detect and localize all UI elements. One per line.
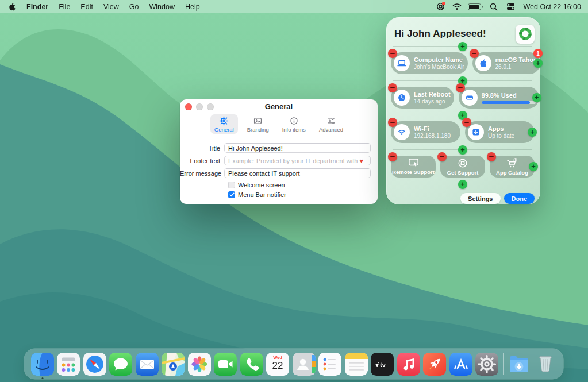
dock-app-store-icon[interactable] xyxy=(449,353,472,376)
tile-wifi[interactable]: Wi-Fi 192.168.1.180 xyxy=(391,121,460,143)
dock-photos-icon[interactable] xyxy=(188,353,211,376)
menubar-clock[interactable]: Wed Oct 22 16:00 xyxy=(521,3,581,11)
tile-macos-version[interactable]: 1 macOS Tahoe 26.0.1 + xyxy=(472,52,541,74)
remove-item-button[interactable] xyxy=(388,49,397,58)
remote-support-icon xyxy=(408,158,419,168)
tab-branding[interactable]: Branding xyxy=(243,114,273,134)
add-item-button[interactable]: + xyxy=(458,145,467,155)
tile-label: Get Support xyxy=(447,169,479,176)
remove-item-button[interactable] xyxy=(456,83,465,92)
add-item-button[interactable]: + xyxy=(532,93,541,102)
dock-phone-icon[interactable] xyxy=(240,353,263,376)
menubar-app-name[interactable]: Finder xyxy=(21,0,53,13)
dock-rocket-icon[interactable] xyxy=(423,353,446,376)
remove-item-button[interactable] xyxy=(487,152,496,161)
menu-edit[interactable]: Edit xyxy=(75,0,98,13)
drive-icon xyxy=(462,90,478,106)
add-item-button[interactable]: + xyxy=(458,180,467,189)
support-app-icon xyxy=(516,25,535,44)
dock-facetime-icon[interactable] xyxy=(214,353,237,376)
tile-apps[interactable]: Apps Up to date + xyxy=(465,121,535,143)
menu-help[interactable]: Help xyxy=(180,0,205,13)
tile-computer-name[interactable]: Computer Name John's MacBook Air xyxy=(391,52,468,74)
panel-divider: + xyxy=(393,184,532,184)
tile-title: macOS Tahoe xyxy=(495,56,537,63)
dock-notes-icon[interactable] xyxy=(345,353,368,376)
apple-logo-icon xyxy=(8,2,16,11)
dock-maps-icon[interactable] xyxy=(162,353,185,376)
control-center-menubar-item[interactable] xyxy=(504,0,517,13)
life-ring-icon xyxy=(458,158,468,168)
dock-contacts-icon[interactable] xyxy=(293,353,316,376)
tab-general[interactable]: General xyxy=(210,114,238,134)
tile-row-1: Computer Name John's MacBook Air 1 macOS… xyxy=(391,52,535,74)
add-item-button[interactable]: + xyxy=(529,162,538,171)
menu-go[interactable]: Go xyxy=(124,0,144,13)
tile-subtitle: 26.0.1 xyxy=(495,64,537,70)
remove-item-button[interactable] xyxy=(388,152,397,161)
dock-apps-launcher-icon[interactable] xyxy=(57,353,80,376)
remove-item-button[interactable] xyxy=(437,152,447,161)
welcome-screen-checkbox[interactable] xyxy=(228,182,235,188)
menu-window[interactable]: Window xyxy=(144,0,179,13)
dock: Wed 22 xyxy=(24,349,563,379)
laptop-icon xyxy=(394,55,410,71)
menu-bar-notifier-checkbox[interactable] xyxy=(228,191,235,198)
error-field-label: Error message xyxy=(180,170,224,177)
add-item-button[interactable]: + xyxy=(533,59,543,68)
menu-view[interactable]: View xyxy=(98,0,124,13)
spotlight-search-icon xyxy=(490,3,498,11)
add-item-button[interactable]: + xyxy=(458,42,467,51)
app-update-icon xyxy=(468,124,484,140)
dock-mail-icon[interactable] xyxy=(136,353,159,376)
tile-storage[interactable]: 89.8% Used + xyxy=(459,87,539,109)
tab-label: General xyxy=(214,126,234,133)
tile-app-catalog[interactable]: App Catalog xyxy=(490,156,535,178)
tab-info-items[interactable]: Info items xyxy=(278,114,310,134)
life-ring-icon xyxy=(518,27,532,41)
dock-trash-icon[interactable] xyxy=(534,353,557,376)
button-tile-row: Remote Support Get Support xyxy=(391,156,535,178)
wifi-menubar-item[interactable] xyxy=(451,0,463,13)
dock-reminders-icon[interactable] xyxy=(318,353,341,376)
panel-divider: + xyxy=(393,149,532,150)
dock-finder-icon[interactable] xyxy=(31,353,54,376)
dock-calendar-icon[interactable]: Wed 22 xyxy=(266,353,289,376)
dock-messages-icon[interactable] xyxy=(109,353,132,376)
done-button[interactable]: Done xyxy=(504,193,535,204)
dock-music-icon[interactable] xyxy=(397,353,420,376)
footer-placeholder: Example: Provided by your IT department … xyxy=(228,157,358,164)
control-center-icon xyxy=(506,3,515,10)
dock-downloads-folder-icon[interactable] xyxy=(508,353,531,376)
window-titlebar[interactable]: General xyxy=(180,99,378,113)
remove-item-button[interactable] xyxy=(388,83,397,92)
title-field[interactable]: Hi John Appleseed! xyxy=(224,143,371,153)
tile-last-reboot[interactable]: Last Reboot 14 days ago xyxy=(391,87,454,109)
tile-get-support[interactable]: Get Support xyxy=(440,156,485,178)
spotlight-menubar-item[interactable] xyxy=(487,0,500,13)
tab-advanced[interactable]: Advanced xyxy=(315,114,347,134)
support-panel: Hi John Appleseed! + xyxy=(386,17,540,204)
remove-item-button[interactable] xyxy=(470,49,479,58)
dock-system-settings-icon[interactable] xyxy=(475,353,498,376)
support-notification-dot xyxy=(442,2,445,5)
remove-item-button[interactable] xyxy=(388,118,397,127)
tile-subtitle: 14 days ago xyxy=(414,98,451,105)
tab-label: Info items xyxy=(282,126,306,133)
tile-remote-support[interactable]: Remote Support xyxy=(391,156,436,178)
dock-safari-icon[interactable] xyxy=(83,353,106,376)
tile-row-2: Last Reboot 14 days ago 89.8% Used + xyxy=(391,87,535,109)
footer-field[interactable]: Example: Provided by your IT department … xyxy=(224,156,371,165)
add-item-button[interactable]: + xyxy=(528,128,537,137)
remove-item-button[interactable] xyxy=(462,118,471,127)
settings-button[interactable]: Settings xyxy=(460,193,500,204)
dock-apple-tv-icon[interactable]: tv xyxy=(371,353,394,376)
calendar-weekday: Wed xyxy=(266,356,289,360)
wifi-icon xyxy=(452,3,462,10)
gear-icon xyxy=(219,116,229,126)
error-message-field[interactable]: Please contact IT support xyxy=(224,168,371,178)
support-menubar-item[interactable] xyxy=(434,0,447,13)
battery-menubar-item[interactable] xyxy=(467,0,483,13)
menu-file[interactable]: File xyxy=(53,0,75,13)
apple-menu[interactable] xyxy=(0,0,21,13)
